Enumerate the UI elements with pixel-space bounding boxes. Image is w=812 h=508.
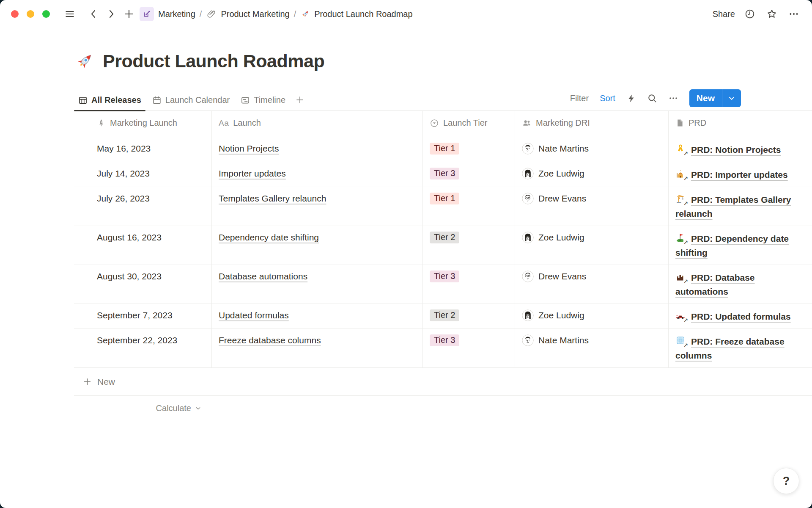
cell-prd[interactable]: ↗PRD: Database automations xyxy=(669,265,812,304)
column-header-marketing-launch[interactable]: Marketing Launch xyxy=(74,111,212,137)
racecar-page-emoji: ↗ xyxy=(675,310,687,321)
column-header-prd[interactable]: PRD xyxy=(669,111,812,137)
new-record-button[interactable]: New xyxy=(689,89,741,107)
column-header-launch[interactable]: AaLaunch xyxy=(212,111,423,137)
cell-marketing-dri[interactable]: Nate Martins xyxy=(515,137,669,162)
table-row[interactable]: September 22, 2023 Freeze database colum… xyxy=(74,329,812,368)
column-header-marketing-dri[interactable]: Marketing DRI xyxy=(515,111,669,137)
prd-page-link[interactable]: PRD: Notion Projects xyxy=(691,145,781,155)
sort-button[interactable]: Sort xyxy=(600,94,615,103)
favorite-button[interactable] xyxy=(765,7,779,21)
cell-launch[interactable]: Database automations xyxy=(212,265,423,304)
share-button[interactable]: Share xyxy=(709,8,738,21)
cell-launch-tier[interactable]: Tier 3 xyxy=(423,265,515,304)
cell-prd[interactable]: ↗PRD: Updated formulas xyxy=(669,304,812,329)
help-button[interactable]: ? xyxy=(773,468,799,494)
cell-marketing-launch[interactable]: September 7, 2023 xyxy=(74,304,212,329)
cell-launch[interactable]: Freeze database columns xyxy=(212,329,423,367)
forward-button[interactable] xyxy=(104,7,118,21)
minimize-window-button[interactable] xyxy=(27,10,34,18)
cell-prd[interactable]: ↗PRD: Dependency date shifting xyxy=(669,226,812,265)
tab-timeline[interactable]: Timeline xyxy=(236,95,290,110)
filter-button[interactable]: Filter xyxy=(570,94,589,103)
new-record-dropdown[interactable] xyxy=(722,89,741,107)
cell-launch-tier[interactable]: Tier 3 xyxy=(423,329,515,367)
cell-launch[interactable]: Dependency date shifting xyxy=(212,226,423,265)
launch-page-link[interactable]: Templates Gallery relaunch xyxy=(219,193,326,204)
sidebar-menu-button[interactable] xyxy=(63,7,77,21)
table-row[interactable]: September 7, 2023 Updated formulas Tier … xyxy=(74,304,812,329)
column-header-launch-tier[interactable]: Launch Tier xyxy=(423,111,515,137)
cell-launch[interactable]: Updated formulas xyxy=(212,304,423,329)
page-rocket-emoji[interactable] xyxy=(74,50,96,72)
cell-launch-tier[interactable]: Tier 1 xyxy=(423,187,515,226)
cell-prd[interactable]: ↗PRD: Templates Gallery relaunch xyxy=(669,187,812,226)
prd-page-link[interactable]: PRD: Importer updates xyxy=(691,170,788,179)
updates-button[interactable] xyxy=(743,7,757,21)
tab-all-releases[interactable]: All Releases xyxy=(74,95,145,110)
prd-page-link[interactable]: PRD: Updated formulas xyxy=(691,312,791,321)
cell-marketing-dri[interactable]: Zoe Ludwig xyxy=(515,162,669,187)
automations-button[interactable] xyxy=(626,94,636,103)
page-title[interactable]: Product Launch Roadmap xyxy=(103,51,324,72)
notion-window: Marketing / Product Marketing / Product … xyxy=(0,0,812,508)
table-row[interactable]: July 26, 2023 Templates Gallery relaunch… xyxy=(74,187,812,226)
add-row-button[interactable]: New xyxy=(74,368,812,396)
star-icon xyxy=(766,8,777,19)
cell-marketing-dri[interactable]: Zoe Ludwig xyxy=(515,226,669,265)
zoom-window-button[interactable] xyxy=(42,10,50,18)
cell-launch-tier[interactable]: Tier 1 xyxy=(423,137,515,162)
prd-page-link[interactable]: PRD: Database automations xyxy=(675,273,755,296)
cell-launch[interactable]: Importer updates xyxy=(212,162,423,187)
table-row[interactable]: May 16, 2023 Notion Projects Tier 1 Nate… xyxy=(74,137,812,162)
calendar-icon xyxy=(152,96,162,105)
cell-marketing-launch[interactable]: August 16, 2023 xyxy=(74,226,212,265)
cell-marketing-dri[interactable]: Drew Evans xyxy=(515,265,669,304)
cell-launch[interactable]: Templates Gallery relaunch xyxy=(212,187,423,226)
table-row[interactable]: August 30, 2023 Database automations Tie… xyxy=(74,265,812,304)
breadcrumb-item-product-launch-roadmap[interactable]: Product Launch Roadmap xyxy=(300,9,412,19)
prd-page-link[interactable]: PRD: Dependency date shifting xyxy=(675,234,789,257)
cell-marketing-launch[interactable]: August 30, 2023 xyxy=(74,265,212,304)
cell-launch[interactable]: Notion Projects xyxy=(212,137,423,162)
cell-marketing-dri[interactable]: Nate Martins xyxy=(515,329,669,367)
cell-marketing-launch[interactable]: July 26, 2023 xyxy=(74,187,212,226)
close-window-button[interactable] xyxy=(11,10,19,18)
launch-page-link[interactable]: Dependency date shifting xyxy=(219,232,319,243)
cell-launch-tier[interactable]: Tier 2 xyxy=(423,226,515,265)
tab-launch-calendar[interactable]: Launch Calendar xyxy=(148,95,234,110)
cell-marketing-dri[interactable]: Drew Evans xyxy=(515,187,669,226)
table-row[interactable]: August 16, 2023 Dependency date shifting… xyxy=(74,226,812,265)
ribbon-page-emoji: ↗ xyxy=(675,144,687,155)
new-page-button[interactable] xyxy=(122,7,136,21)
more-options-button[interactable] xyxy=(787,7,801,21)
calculate-button[interactable]: Calculate xyxy=(74,396,212,420)
breadcrumb-item-product-marketing[interactable]: Product Marketing xyxy=(206,8,289,19)
table-row[interactable]: July 14, 2023 Importer updates Tier 3 Zo… xyxy=(74,162,812,187)
search-view-button[interactable] xyxy=(647,93,657,103)
cell-prd[interactable]: ↗PRD: Freeze database columns xyxy=(669,329,812,367)
cell-prd[interactable]: ↗PRD: Importer updates xyxy=(669,162,812,187)
tier-badge: Tier 2 xyxy=(430,232,459,243)
breadcrumb-item-marketing[interactable]: Marketing xyxy=(158,9,195,19)
cell-launch-tier[interactable]: Tier 2 xyxy=(423,304,515,329)
cell-marketing-launch[interactable]: September 22, 2023 xyxy=(74,329,212,367)
cell-launch-tier[interactable]: Tier 3 xyxy=(423,162,515,187)
cell-marketing-launch[interactable]: July 14, 2023 xyxy=(74,162,212,187)
launch-page-link[interactable]: Importer updates xyxy=(219,168,286,179)
back-button[interactable] xyxy=(86,7,101,21)
table-view-icon xyxy=(78,96,88,105)
cell-marketing-dri[interactable]: Zoe Ludwig xyxy=(515,304,669,329)
launch-page-link[interactable]: Notion Projects xyxy=(219,143,279,154)
breadcrumb-workspace-icon[interactable] xyxy=(140,7,154,21)
launch-page-link[interactable]: Database automations xyxy=(219,271,307,282)
new-record-label[interactable]: New xyxy=(689,89,722,107)
cell-prd[interactable]: ↗PRD: Notion Projects xyxy=(669,137,812,162)
view-options-button[interactable] xyxy=(668,93,678,103)
prd-page-link[interactable]: PRD: Templates Gallery relaunch xyxy=(675,195,791,218)
launch-page-link[interactable]: Updated formulas xyxy=(219,309,289,320)
launch-page-link[interactable]: Freeze database columns xyxy=(219,334,321,345)
cell-marketing-launch[interactable]: May 16, 2023 xyxy=(74,137,212,162)
add-view-button[interactable] xyxy=(292,95,308,110)
prd-page-link[interactable]: PRD: Freeze database columns xyxy=(675,337,785,360)
